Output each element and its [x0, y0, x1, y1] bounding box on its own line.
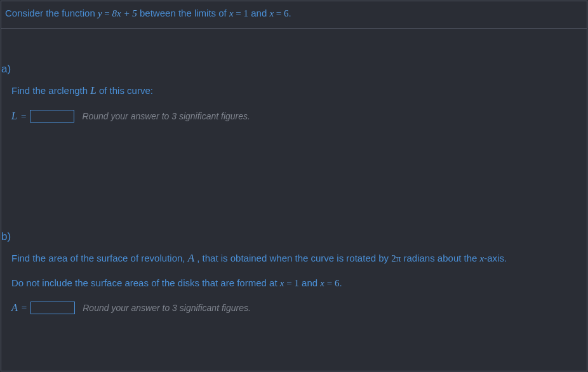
part-a-hint: Round your answer to 3 significant figur…: [82, 111, 250, 121]
part-b-answer-row: A = Round your answer to 3 significant f…: [1, 302, 587, 314]
part-b-l1-mid: , that is obtained when the curve is rot…: [194, 253, 391, 263]
intro-fn-rhs: 8x + 5: [112, 8, 137, 18]
part-b-l1-post: -axis.: [484, 253, 507, 263]
intro-lim2-eq: =: [274, 8, 284, 18]
part-b-l1-pre: Find the area of the surface of revoluti…: [11, 253, 188, 263]
intro-fn-lhs: y: [98, 8, 102, 18]
part-a-answer-input[interactable]: [30, 110, 74, 123]
part-b-l2-x2: x: [320, 278, 324, 288]
part-b-l1-mid2: radians about the: [401, 253, 479, 263]
intro-text-pre: Consider the function: [5, 8, 98, 18]
part-a-prompt-L: L: [90, 84, 96, 96]
part-a-label: a): [1, 63, 587, 76]
intro-lim1-val: 1: [244, 8, 249, 18]
part-b-l2-eq2: =: [324, 278, 335, 288]
question-container: Consider the function y = 8x + 5 between…: [1, 1, 587, 371]
intro-text-mid: between the limits of: [137, 8, 229, 18]
part-b-l1-A: A: [188, 252, 194, 264]
part-b-l2-eq1: =: [284, 278, 294, 288]
part-b-line2: Do not include the surface areas of the …: [1, 277, 587, 289]
part-a-answer-row: L = Round your answer to 3 significant f…: [1, 110, 587, 123]
part-b-l2-and: and: [299, 277, 320, 288]
part-b-l2-end: .: [339, 277, 342, 288]
part-a-eq: =: [21, 111, 26, 122]
part-a-var: L: [11, 110, 17, 122]
intro-lim2-val: 6: [284, 8, 289, 18]
intro-text-end: .: [289, 8, 291, 18]
part-a-prompt-pre: Find the arclength: [11, 85, 90, 96]
intro-text-and: and: [248, 8, 269, 18]
part-a: a) Find the arclength L of this curve: L…: [1, 29, 587, 123]
part-b: b) Find the area of the surface of revol…: [1, 230, 587, 314]
intro-lim1-eq: =: [234, 8, 244, 18]
part-b-label: b): [1, 230, 587, 243]
part-a-prompt: Find the arclength L of this curve:: [1, 84, 587, 97]
intro-lim1-var: x: [229, 8, 234, 18]
part-b-l2-v1: 1: [294, 278, 299, 288]
question-intro: Consider the function y = 8x + 5 between…: [1, 1, 587, 29]
part-b-line1: Find the area of the surface of revoluti…: [1, 252, 587, 265]
part-b-eq: =: [22, 303, 27, 314]
part-b-var: A: [11, 302, 18, 314]
part-b-l2-pre: Do not include the surface areas of the …: [11, 277, 280, 288]
part-b-hint: Round your answer to 3 significant figur…: [83, 303, 251, 313]
part-b-answer-input[interactable]: [30, 302, 75, 314]
part-a-prompt-post: of this curve:: [97, 85, 153, 96]
part-b-l1-2pi: 2π: [391, 253, 401, 263]
intro-fn-eq: =: [102, 8, 112, 18]
